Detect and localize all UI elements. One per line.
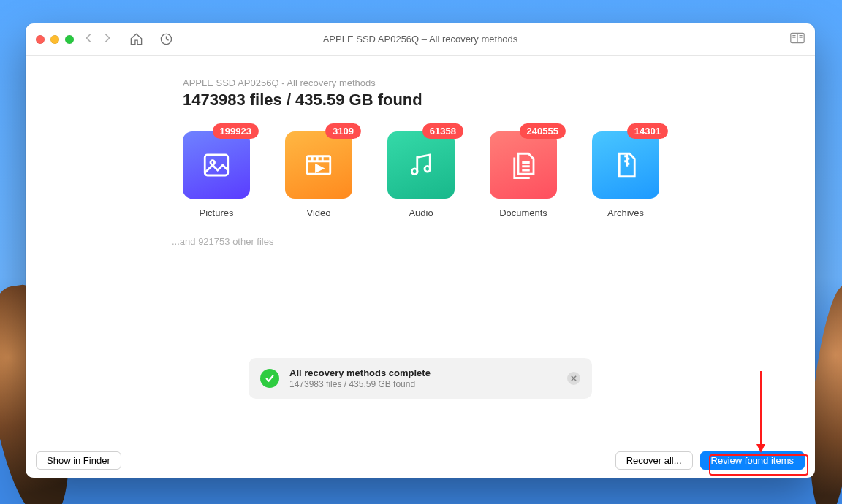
toast-title: All recovery methods complete <box>289 367 557 378</box>
app-window: APPLE SSD AP0256Q – All recovery methods… <box>26 23 815 478</box>
history-icon[interactable] <box>159 32 173 46</box>
archives-count-badge: 14301 <box>627 123 668 139</box>
back-button[interactable] <box>84 33 93 46</box>
panel-toggle-icon[interactable] <box>790 32 805 47</box>
close-window-button[interactable] <box>36 35 45 44</box>
pictures-count-badge: 199923 <box>213 123 259 139</box>
archives-label: Archives <box>607 207 644 218</box>
home-icon[interactable] <box>129 32 143 46</box>
category-video[interactable]: 3109 Video <box>285 131 352 218</box>
picture-icon <box>201 150 232 180</box>
video-tile: 3109 <box>285 131 352 199</box>
video-count-badge: 3109 <box>325 123 361 139</box>
category-audio[interactable]: 61358 Audio <box>387 131 455 218</box>
documents-tile: 240555 <box>490 131 557 199</box>
summary-title: 1473983 files / 435.59 GB found <box>183 91 694 110</box>
documents-count-badge: 240555 <box>520 123 566 139</box>
category-archives[interactable]: 14301 Archives <box>592 131 659 218</box>
archive-icon <box>610 150 641 180</box>
svg-marker-14 <box>316 165 323 172</box>
annotation-arrow <box>760 371 762 451</box>
audio-label: Audio <box>409 207 433 218</box>
recover-all-button[interactable]: Recover all... <box>615 451 693 470</box>
maximize-window-button[interactable] <box>65 35 74 44</box>
check-circle-icon <box>260 369 279 388</box>
video-label: Video <box>306 207 330 218</box>
show-in-finder-button[interactable]: Show in Finder <box>36 451 121 470</box>
categories-row: 199923 Pictures 3109 Video 61358 <box>183 131 694 218</box>
documents-label: Documents <box>499 207 547 218</box>
category-pictures[interactable]: 199923 Pictures <box>183 131 250 218</box>
window-title: APPLE SSD AP0256Q – All recovery methods <box>323 34 518 45</box>
window-controls <box>36 35 74 44</box>
audio-count-badge: 61358 <box>422 123 463 139</box>
forward-button[interactable] <box>103 33 112 46</box>
toast-subtitle: 1473983 files / 435.59 GB found <box>289 379 557 389</box>
minimize-window-button[interactable] <box>50 35 59 44</box>
audio-tile: 61358 <box>387 131 455 199</box>
archives-tile: 14301 <box>592 131 659 199</box>
document-icon <box>508 150 539 180</box>
review-found-items-button[interactable]: Review found items <box>700 451 805 470</box>
video-icon <box>303 150 334 180</box>
svg-rect-7 <box>205 155 228 175</box>
toast-close-button[interactable] <box>567 372 580 385</box>
status-toast: All recovery methods complete 1473983 fi… <box>249 358 592 399</box>
pictures-label: Pictures <box>200 207 234 218</box>
breadcrumb: APPLE SSD AP0256Q - All recovery methods <box>183 77 694 88</box>
svg-rect-9 <box>307 156 330 175</box>
other-files-text: ...and 921753 other files <box>172 236 694 247</box>
pictures-tile: 199923 <box>183 131 250 199</box>
nav-arrows <box>84 33 112 46</box>
category-documents[interactable]: 240555 Documents <box>490 131 557 218</box>
svg-point-15 <box>411 169 417 175</box>
titlebar: APPLE SSD AP0256Q – All recovery methods <box>26 23 815 56</box>
audio-icon <box>406 150 436 180</box>
bottom-bar: Show in Finder Recover all... Review fou… <box>26 443 815 478</box>
content-area: APPLE SSD AP0256Q - All recovery methods… <box>26 56 815 443</box>
svg-point-16 <box>425 166 431 172</box>
